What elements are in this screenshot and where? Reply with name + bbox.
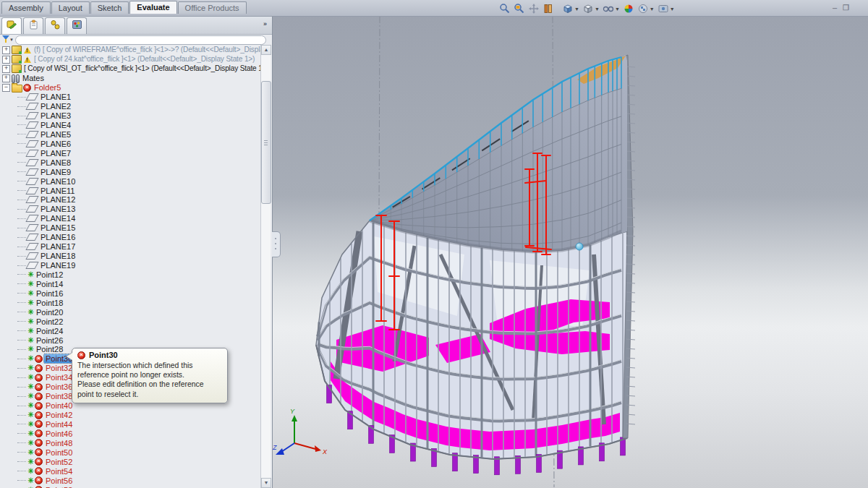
tree-item-point50[interactable]: ✳×Point50: [0, 448, 261, 457]
tree-item-point58[interactable]: ✳×Point58: [0, 485, 261, 488]
manager-tab-displaymanager[interactable]: [67, 17, 87, 34]
tree-item-label: Point20: [35, 308, 64, 317]
command-manager-bar: AssemblyLayoutSketchEvaluateOffice Produ…: [0, 0, 868, 17]
display-style-icon[interactable]: ▼: [582, 3, 600, 14]
tree-item-point24[interactable]: ✳Point24: [0, 326, 261, 335]
tree-item--f-copy-of-wireframe-office-fl[interactable]: +(f) [ Copy of WIREFRAME^office_flick ]<…: [0, 46, 261, 55]
scroll-up-arrow[interactable]: ▲: [261, 45, 271, 55]
tree-item-point56[interactable]: ✳×Point56: [0, 476, 261, 485]
scrollbar-thumb[interactable]: [261, 81, 271, 204]
tree-item-plane18[interactable]: PLANE18: [0, 252, 261, 261]
tree-item-point16[interactable]: ✳Point16: [0, 288, 261, 298]
tree-item-label: Point42: [44, 411, 74, 419]
tree-item-plane9[interactable]: PLANE9: [0, 167, 261, 176]
tree-item-label: PLANE7: [39, 149, 72, 158]
point-icon: ✳: [27, 364, 35, 372]
manager-tab-featuremanager-design-tree[interactable]: [1, 17, 22, 34]
expand-toggle-icon[interactable]: +: [2, 56, 10, 64]
zoom-to-fit-icon[interactable]: [499, 3, 511, 14]
tree-item-point22[interactable]: ✳Point22: [0, 317, 261, 326]
tree-item-point44[interactable]: ✳×Point44: [0, 420, 261, 429]
expand-toggle-icon[interactable]: −: [2, 84, 10, 92]
tree-item-plane16[interactable]: PLANE16: [0, 233, 261, 242]
tree-item--copy-of-24-kat-office-flick-1[interactable]: +[ Copy of 24.kat^office_flick ]<1> (Def…: [0, 55, 261, 64]
tree-item-plane1[interactable]: PLANE1: [0, 93, 261, 102]
tree-scrollbar[interactable]: ▲ ▼: [260, 45, 271, 488]
tree-item-point12[interactable]: ✳Point12: [0, 270, 261, 280]
tree-item-plane4[interactable]: PLANE4: [0, 121, 261, 130]
tree-branch-line: [17, 283, 26, 284]
graphics-viewport[interactable]: YXZ: [273, 16, 868, 488]
edit-appearance-icon[interactable]: [623, 3, 634, 14]
model-canvas[interactable]: YXZ: [273, 16, 868, 488]
tree-branch-line: [17, 181, 26, 181]
tree-item-label: Point18: [35, 299, 64, 307]
tree-item-label: PLANE16: [39, 233, 77, 241]
section-view-icon[interactable]: [542, 3, 554, 14]
error-icon: ×: [35, 374, 43, 382]
tree-item-point52[interactable]: ✳×Point52: [0, 457, 261, 466]
tree-item-plane13[interactable]: PLANE13: [0, 205, 261, 214]
tree-item-label: Point52: [44, 458, 74, 466]
tree-item-folder5[interactable]: −×Folder5: [0, 83, 261, 93]
minimize-button[interactable]: ‒: [833, 4, 837, 12]
tree-item-point14[interactable]: ✳Point14: [0, 279, 261, 288]
manager-tab-propertymanager[interactable]: [23, 17, 43, 34]
tree-item-point20[interactable]: ✳Point20: [0, 307, 261, 317]
tree-item-plane19[interactable]: PLANE19: [0, 261, 261, 270]
tree-item-plane3[interactable]: PLANE3: [0, 111, 261, 121]
tree-item-plane14[interactable]: PLANE14: [0, 214, 261, 223]
manager-tab-configurationmanager[interactable]: [45, 17, 65, 34]
expand-toggle-icon[interactable]: +: [2, 46, 10, 54]
tree-item-plane15[interactable]: PLANE15: [0, 223, 261, 233]
view-orientation-icon[interactable]: ▼: [562, 3, 579, 14]
tree-item-plane7[interactable]: PLANE7: [0, 148, 261, 158]
tree-item-point54[interactable]: ✳×Point54: [0, 466, 261, 476]
tree-item-plane10[interactable]: PLANE10: [0, 176, 261, 186]
error-icon: ×: [35, 476, 43, 484]
tree-item-plane17[interactable]: PLANE17: [0, 242, 261, 252]
hide-show-items-icon[interactable]: ▼: [603, 3, 620, 14]
scroll-down-arrow[interactable]: ▼: [261, 478, 271, 488]
tree-item-point18[interactable]: ✳Point18: [0, 298, 261, 307]
apply-scene-icon[interactable]: ▼: [637, 3, 655, 14]
command-tab-sketch[interactable]: Sketch: [90, 1, 129, 14]
tree-item--copy-of-wsi-ot-flick-office-f[interactable]: +[ Copy of WSI_OT_flick^office_flick ]<1…: [0, 64, 261, 74]
error-icon: ×: [35, 355, 43, 363]
expand-toggle-icon[interactable]: +: [2, 65, 10, 73]
tree-item-plane12[interactable]: PLANE12: [0, 195, 261, 205]
plane-icon: [25, 159, 38, 166]
tree-item-plane5[interactable]: PLANE5: [0, 129, 261, 139]
tree-branch-line: [17, 134, 26, 134]
manager-overflow-chevron[interactable]: »: [263, 20, 266, 27]
tree-item-plane6[interactable]: PLANE6: [0, 139, 261, 148]
tree-item-plane8[interactable]: PLANE8: [0, 158, 261, 167]
propertymanager-icon: [28, 20, 39, 33]
tree-item-point46[interactable]: ✳×Point46: [0, 429, 261, 438]
view-settings-icon[interactable]: ▼: [658, 3, 675, 14]
filter-funnel-icon[interactable]: ▼: [2, 35, 12, 44]
tree-item-point42[interactable]: ✳×Point42: [0, 411, 261, 420]
tree-item-point26[interactable]: ✳Point26: [0, 335, 261, 345]
tree-item-mates[interactable]: +Mates: [0, 74, 261, 83]
command-tab-layout[interactable]: Layout: [51, 1, 90, 14]
tree-item-plane2[interactable]: PLANE2: [0, 102, 261, 111]
tree-branch-line: [17, 377, 26, 378]
command-tab-evaluate[interactable]: Evaluate: [129, 1, 176, 14]
restore-button[interactable]: ❐: [843, 4, 849, 12]
command-tab-office-products[interactable]: Office Products: [178, 1, 247, 14]
tree-item-plane11[interactable]: PLANE11: [0, 186, 261, 195]
point-icon: ✳: [27, 477, 35, 484]
tree-item-point48[interactable]: ✳×Point48: [0, 438, 261, 448]
tree-item-label: Point26: [35, 336, 64, 345]
tree-branch-line: [17, 312, 26, 312]
filter-input[interactable]: [15, 35, 266, 45]
tree-branch-line: [17, 302, 26, 303]
plane-icon: [25, 150, 38, 157]
zoom-to-area-icon[interactable]: [514, 3, 525, 14]
panel-splitter-handle[interactable]: [272, 231, 281, 257]
pan-icon[interactable]: [528, 3, 540, 14]
command-tab-assembly[interactable]: Assembly: [1, 1, 51, 14]
expand-toggle-icon[interactable]: +: [2, 74, 10, 82]
point-icon: ✳: [27, 355, 35, 362]
